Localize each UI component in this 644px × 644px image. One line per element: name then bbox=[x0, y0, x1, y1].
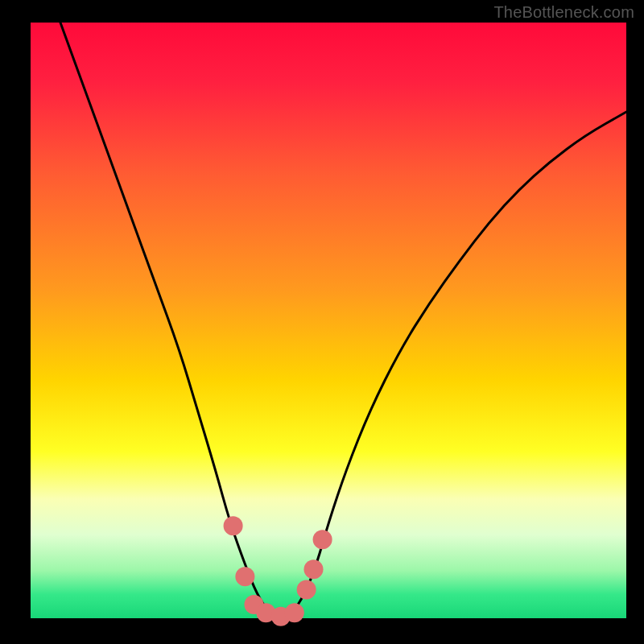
watermark-text: TheBottleneck.com bbox=[493, 3, 634, 22]
data-point bbox=[285, 603, 304, 622]
data-point bbox=[224, 516, 243, 535]
bottleneck-chart bbox=[0, 0, 644, 644]
data-point bbox=[304, 559, 324, 579]
data-point bbox=[235, 567, 254, 586]
data-point bbox=[313, 530, 332, 549]
plot-background bbox=[31, 23, 626, 618]
data-point bbox=[297, 580, 316, 599]
chart-container: TheBottleneck.com bbox=[0, 0, 644, 644]
